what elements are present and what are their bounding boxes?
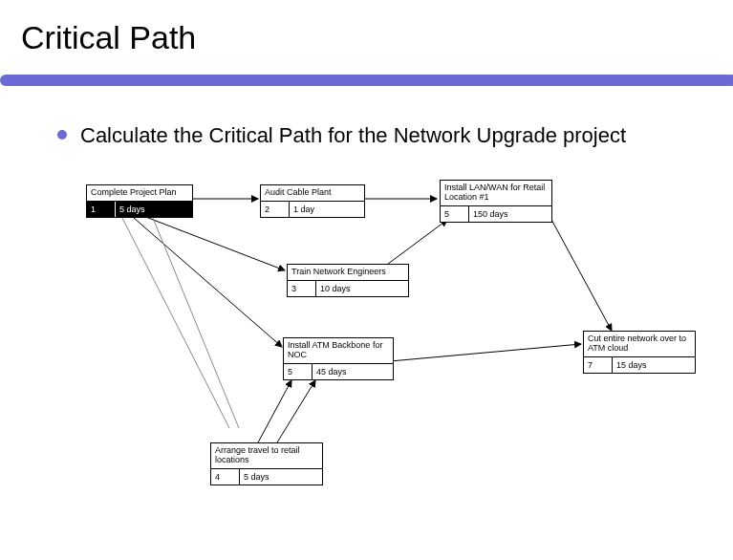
node-id: 5	[441, 206, 469, 222]
bullet-text: Calculate the Critical Path for the Netw…	[80, 122, 626, 149]
node-duration: 1 day	[290, 202, 364, 217]
node-id: 4	[211, 469, 240, 485]
svg-line-4	[122, 218, 229, 428]
node-complete-project-plan: Complete Project Plan 1 5 days	[86, 184, 193, 218]
node-duration: 10 days	[316, 281, 408, 296]
svg-line-2	[143, 216, 285, 270]
node-train-engineers: Train Network Engineers 3 10 days	[287, 264, 409, 297]
node-install-atm-backbone: Install ATM Backbone for NOC 5 45 days	[283, 337, 394, 380]
bullet-item: Calculate the Critical Path for the Netw…	[57, 122, 695, 149]
node-arrange-travel: Arrange travel to retail locations 4 5 d…	[210, 442, 323, 485]
node-title: Complete Project Plan	[87, 185, 192, 202]
node-title: Audit Cable Plant	[261, 185, 364, 202]
node-duration: 15 days	[613, 357, 695, 373]
node-title: Install ATM Backbone for NOC	[284, 338, 393, 364]
svg-line-9	[258, 380, 291, 442]
node-install-lanwan: Install LAN/WAN for Retail Location #1 5…	[440, 180, 552, 223]
svg-line-10	[277, 380, 315, 442]
node-duration: 5 days	[116, 202, 192, 217]
node-id: 2	[261, 202, 290, 217]
node-title: Cut entire network over to ATM cloud	[584, 332, 695, 357]
node-id: 3	[288, 281, 316, 296]
node-audit-cable-plant: Audit Cable Plant 2 1 day	[260, 184, 365, 218]
node-duration: 150 days	[469, 206, 551, 222]
title-underline	[0, 75, 733, 86]
node-id: 5	[284, 364, 313, 379]
node-cut-network-atm: Cut entire network over to ATM cloud 7 1…	[583, 331, 696, 374]
node-duration: 5 days	[240, 469, 322, 485]
slide-title: Critical Path	[0, 0, 733, 66]
svg-line-3	[134, 218, 282, 347]
bullet-icon	[57, 130, 67, 140]
svg-line-5	[153, 218, 239, 428]
network-diagram: Complete Project Plan 1 5 days Audit Cab…	[0, 180, 733, 552]
node-title: Train Network Engineers	[288, 265, 408, 281]
node-title: Arrange travel to retail locations	[211, 443, 322, 469]
node-duration: 45 days	[313, 364, 393, 379]
svg-line-7	[390, 344, 581, 361]
node-id: 1	[87, 202, 116, 217]
node-id: 7	[584, 357, 613, 373]
node-title: Install LAN/WAN for Retail Location #1	[441, 181, 551, 206]
svg-line-8	[550, 216, 612, 331]
